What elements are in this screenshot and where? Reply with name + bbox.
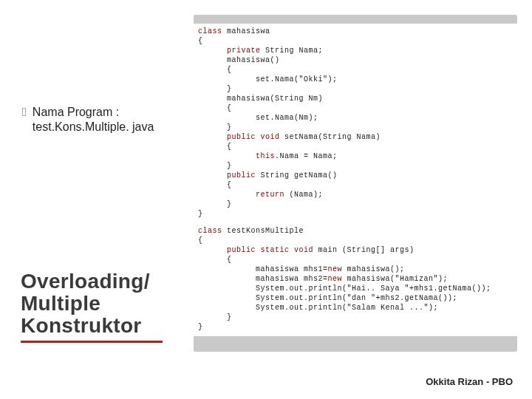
code-line: mahasiswa(): [198, 55, 513, 65]
title-underline: [21, 341, 163, 343]
code-line: testKonsMultiple: [222, 227, 304, 235]
code-line: new: [328, 265, 343, 273]
code-line: }: [198, 161, 513, 171]
code-line: }: [198, 209, 513, 219]
code-line: mahasiswa mhs2=: [198, 275, 328, 283]
code-line: }: [198, 322, 513, 332]
title-line: Overloading/: [21, 270, 163, 293]
code-line: String Nama;: [261, 47, 324, 55]
code-line: mahasiswa: [222, 27, 270, 35]
code-panel: class mahasiswa { private String Nama; m…: [194, 15, 517, 352]
bullet-icon: : [22, 105, 27, 120]
code-line: mahasiswa("Hamizan");: [342, 275, 448, 283]
code-line: public void: [198, 133, 280, 141]
code-line: return: [198, 191, 284, 199]
code-line: private: [198, 47, 261, 55]
code-line: System.out.println("Salam Kenal ...");: [198, 303, 513, 313]
code-line: new: [328, 275, 343, 283]
slide: class mahasiswa { private String Nama; m…: [0, 0, 532, 399]
code-line: this: [198, 152, 275, 160]
title-line: Konstruktor: [21, 315, 163, 337]
code-line: }: [198, 84, 513, 94]
code-line: {: [198, 180, 513, 190]
code-line: System.out.println("dan "+mhs2.getNama()…: [198, 293, 513, 303]
code-line: class: [198, 227, 222, 235]
code-line: System.out.println("Hai.. Saya "+mhs1.ge…: [198, 284, 513, 293]
code-line: {: [198, 36, 513, 46]
code-line: String getNama(): [256, 171, 338, 180]
bullet-item:  Nama Program : test.Kons.Multiple. jav…: [22, 105, 185, 134]
code-line: {: [198, 236, 513, 245]
code-line: setNama(String Nama): [280, 133, 381, 141]
code-line: class: [198, 27, 222, 35]
code-line: (Nama);: [284, 191, 323, 199]
code-line: set.Nama("Okki");: [198, 75, 513, 84]
code-line: {: [198, 255, 513, 265]
bullet-text: Nama Program : test.Kons.Multiple. java: [33, 105, 154, 134]
code-line: {: [198, 65, 513, 75]
code-line: mahasiswa(String Nm): [198, 94, 513, 103]
code-line: mahasiswa();: [342, 265, 405, 273]
code-line: }: [198, 200, 513, 209]
code-line: .Nama = Nama;: [275, 152, 338, 160]
bullet-line: test.Kons.Multiple. java: [33, 120, 154, 134]
slide-title: Overloading/ Multiple Konstruktor: [21, 270, 163, 343]
bullet-line: Nama Program :: [33, 105, 154, 120]
code-line: {: [198, 142, 513, 151]
code-line: {: [198, 103, 513, 113]
code-block: class mahasiswa { private String Nama; m…: [194, 24, 517, 336]
code-line: mahasiswa mhs1=: [198, 265, 328, 273]
code-line: }: [198, 313, 513, 322]
code-line: public: [198, 171, 256, 180]
code-line: set.Nama(Nm);: [198, 113, 513, 123]
footer-text: Okkita Rizan - PBO: [426, 376, 513, 387]
code-line: public static void: [198, 246, 313, 254]
title-line: Multiple: [21, 293, 163, 315]
code-line: main (String[] args): [313, 246, 415, 254]
code-line: }: [198, 123, 513, 132]
